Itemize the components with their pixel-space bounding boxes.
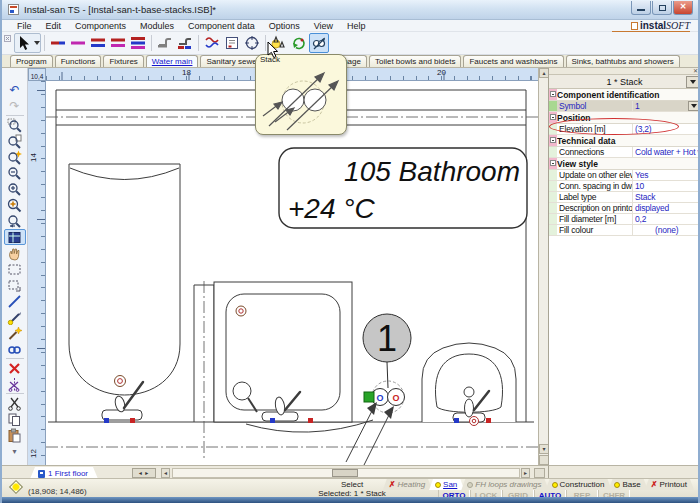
property-row-fill-diameter[interactable]: Fill diameter [m] 0,2 bbox=[549, 214, 700, 225]
insert-frame-button[interactable] bbox=[222, 33, 242, 53]
hot-connection-point[interactable] bbox=[308, 418, 313, 423]
tab-faucets-washbasins[interactable]: Faucets and washbasins bbox=[463, 55, 563, 67]
property-row-label-type[interactable]: Label type Stack bbox=[549, 192, 700, 203]
horizontal-scroll-thumb[interactable] bbox=[332, 469, 358, 477]
collapse-icon[interactable] bbox=[550, 137, 556, 143]
select-tool-button[interactable] bbox=[14, 33, 41, 53]
hot-connection-point[interactable] bbox=[486, 418, 491, 423]
menu-options[interactable]: Options bbox=[262, 21, 307, 31]
tab-sinks-bathtubs[interactable]: Sinks, bathtubs and showers bbox=[566, 55, 680, 67]
close-button[interactable]: ✕ bbox=[673, 1, 693, 15]
menu-component-data[interactable]: Component data bbox=[181, 21, 262, 31]
room-label[interactable]: 105 Bathroom +24 °C bbox=[279, 148, 527, 228]
undo-button[interactable]: ↶ bbox=[4, 82, 26, 98]
pipe-pair-circulation-button[interactable] bbox=[108, 33, 128, 53]
property-row-connections[interactable]: Connections Cold water + Hot water bbox=[549, 147, 700, 158]
title-bar[interactable]: Instal-san TS - [Instal-san-t-base-stack… bbox=[2, 0, 698, 20]
draw-line-button[interactable] bbox=[4, 293, 26, 309]
auto-link-button[interactable] bbox=[4, 341, 26, 357]
scroll-left-button[interactable]: ◂ bbox=[161, 468, 170, 478]
cold-connection-point[interactable] bbox=[270, 418, 275, 423]
menu-edit[interactable]: Edit bbox=[39, 21, 69, 31]
stack-tool-button[interactable] bbox=[309, 33, 329, 53]
layer-tab-construction[interactable]: Construction bbox=[546, 479, 612, 490]
selection-handle[interactable] bbox=[364, 392, 374, 402]
shower[interactable] bbox=[214, 282, 373, 432]
more-tools-button[interactable]: ▾ bbox=[4, 443, 26, 459]
select-rect-button[interactable] bbox=[4, 261, 26, 277]
hot-connection-point[interactable] bbox=[130, 418, 135, 423]
section-technical-data[interactable]: Technical data bbox=[549, 135, 700, 147]
riser-pair-button[interactable] bbox=[202, 33, 222, 53]
collapse-icon[interactable] bbox=[550, 91, 556, 97]
pipe-circulation-button[interactable] bbox=[68, 33, 88, 53]
collapse-icon[interactable] bbox=[550, 114, 556, 120]
select-add-rect-button[interactable] bbox=[4, 277, 26, 293]
paste-button[interactable] bbox=[4, 427, 26, 443]
layer-tab-san[interactable]: San bbox=[429, 479, 464, 490]
property-row-conn-spacing[interactable]: Conn. spacing in dwg. 10 bbox=[549, 181, 700, 192]
cold-connection-point[interactable] bbox=[454, 418, 459, 423]
layer-tab-fh-loops[interactable]: FH loops drawings bbox=[461, 479, 548, 490]
tab-toilet-bowls[interactable]: Toilet bowls and bidets bbox=[369, 55, 462, 67]
pipe-triple-button[interactable] bbox=[128, 33, 148, 53]
redo-button[interactable]: ↷ bbox=[4, 98, 26, 114]
property-row-elevation[interactable]: Elevation [m] (3,2) bbox=[549, 124, 700, 135]
find-component-button[interactable] bbox=[242, 33, 262, 53]
pipe-cold-hot-button[interactable] bbox=[48, 33, 68, 53]
menu-file[interactable]: File bbox=[10, 21, 39, 31]
draw-off-point-colour-button[interactable] bbox=[175, 33, 195, 53]
stack-component[interactable]: 1 O O bbox=[346, 314, 411, 465]
washbasin[interactable] bbox=[422, 343, 516, 426]
minimize-button[interactable] bbox=[631, 1, 651, 15]
zoom-in-button[interactable] bbox=[4, 181, 26, 197]
layer-tab-heating[interactable]: ✗Heating bbox=[383, 479, 432, 490]
tab-program[interactable]: Program bbox=[10, 55, 53, 67]
zoom-window-button[interactable] bbox=[4, 117, 26, 133]
property-row-update-elev[interactable]: Update on other elev. Yes bbox=[549, 170, 700, 181]
break-line-button[interactable] bbox=[4, 376, 26, 392]
section-component-identification[interactable]: Component identification bbox=[549, 89, 700, 101]
menu-view[interactable]: View bbox=[307, 21, 340, 31]
sheet-nav-buttons[interactable]: ◂ ▸ bbox=[132, 468, 156, 478]
scroll-right-button[interactable]: ▸ bbox=[521, 468, 530, 478]
layer-tab-base[interactable]: Base bbox=[608, 479, 647, 490]
section-view-style[interactable]: View style bbox=[549, 158, 700, 170]
pan-hand-button[interactable] bbox=[4, 245, 26, 261]
pipe-pair-button[interactable] bbox=[88, 33, 108, 53]
component-selector[interactable]: 1 * Stack bbox=[549, 75, 700, 89]
cold-connection-point[interactable] bbox=[104, 418, 109, 423]
zoom-previous-button[interactable] bbox=[4, 213, 26, 229]
property-row-symbol[interactable]: Symbol 1 bbox=[549, 101, 700, 112]
menu-components[interactable]: Components bbox=[68, 21, 133, 31]
property-row-fill-colour[interactable]: Fill colour (none) bbox=[549, 225, 700, 236]
magic-wand-button[interactable] bbox=[4, 325, 26, 341]
draw-pen-button[interactable] bbox=[4, 309, 26, 325]
tab-functions[interactable]: Functions bbox=[55, 55, 102, 67]
scissors-button[interactable] bbox=[4, 395, 26, 411]
maximize-button[interactable] bbox=[652, 1, 672, 15]
symbol-dropdown-button[interactable] bbox=[688, 101, 700, 111]
toolbar-grip[interactable] bbox=[4, 35, 11, 42]
zoom-sheet-button[interactable] bbox=[4, 133, 26, 149]
bathtub[interactable] bbox=[69, 164, 180, 423]
component-table-button[interactable] bbox=[4, 229, 26, 245]
section-position[interactable]: Position bbox=[549, 112, 700, 124]
canvas-vertical-scrollbar[interactable]: ▴ ▾ bbox=[538, 68, 548, 465]
zoom-extents-button[interactable] bbox=[4, 197, 26, 213]
panel-close-icon[interactable]: ✕ bbox=[693, 68, 698, 75]
tab-fixtures[interactable]: Fixtures bbox=[103, 55, 143, 67]
copy-button[interactable] bbox=[4, 411, 26, 427]
auto-connection-button[interactable] bbox=[289, 33, 309, 53]
menu-modules[interactable]: Modules bbox=[133, 21, 181, 31]
drawing-canvas[interactable]: 105 Bathroom +24 °C bbox=[46, 81, 538, 465]
zoom-selection-button[interactable] bbox=[4, 149, 26, 165]
delete-button[interactable] bbox=[4, 360, 26, 376]
splitter-box[interactable] bbox=[534, 468, 545, 478]
menu-help[interactable]: Help bbox=[340, 21, 373, 31]
tab-water-main[interactable]: Water main bbox=[146, 55, 199, 67]
layer-tab-printout[interactable]: ✗Printout bbox=[645, 479, 694, 490]
zoom-out-button[interactable] bbox=[4, 165, 26, 181]
property-row-description-printout[interactable]: Description on printout displayed bbox=[549, 203, 700, 214]
draw-off-point-button[interactable] bbox=[155, 33, 175, 53]
